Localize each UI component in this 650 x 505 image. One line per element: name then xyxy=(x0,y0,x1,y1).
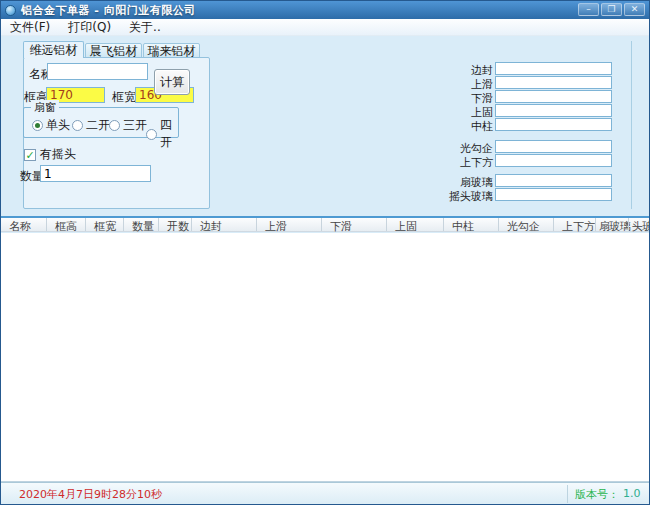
calc-button[interactable]: 计算 xyxy=(154,69,190,95)
menu-about[interactable]: 关于.. xyxy=(120,19,170,36)
top-fixed-field[interactable] xyxy=(495,104,612,117)
fan-count-group-title: 扇窗 xyxy=(31,100,59,115)
top-fixed-label: 上固 xyxy=(431,105,493,120)
col-frame-height[interactable]: 框高 xyxy=(46,218,85,231)
radio-label: 单头 xyxy=(46,117,70,134)
center-column-label: 中柱 xyxy=(431,119,493,134)
top-slide-label: 上滑 xyxy=(431,77,493,92)
window-title: 铝合金下单器 - 向阳门业有限公司 xyxy=(21,3,196,18)
tab-weiyuan[interactable]: 维远铝材 xyxy=(23,41,84,58)
fan-count-groupbox: 扇窗 单头 二开 三开 四开 xyxy=(23,107,179,138)
top-bottom-bar-field[interactable] xyxy=(495,154,612,167)
version-label: 版本号： xyxy=(575,487,619,502)
name-input[interactable] xyxy=(47,63,148,80)
radio-two-open[interactable]: 二开 xyxy=(72,117,110,134)
version-value: 1.0 xyxy=(623,487,641,500)
radio-label: 三开 xyxy=(123,117,147,134)
status-datetime: 2020年4月7日9时28分10秒 xyxy=(19,487,162,502)
col-bottom-slide[interactable]: 下滑 xyxy=(321,218,386,231)
swing-head-label: 有摇头 xyxy=(40,146,76,163)
top-slide-field[interactable] xyxy=(495,76,612,89)
tab-ruilai[interactable]: 瑞来铝材 xyxy=(143,43,200,58)
bottom-slide-field[interactable] xyxy=(495,90,612,103)
col-open-count[interactable]: 开数 xyxy=(158,218,191,231)
panel-divider xyxy=(631,41,632,209)
col-center-column[interactable]: 中柱 xyxy=(443,218,498,231)
swing-glass-label: 摇头玻璃 xyxy=(431,189,493,204)
menu-file[interactable]: 文件(F) xyxy=(1,19,59,36)
center-column-field[interactable] xyxy=(495,118,612,131)
status-separator xyxy=(567,485,568,503)
radio-three-open[interactable]: 三开 xyxy=(109,117,147,134)
results-table-header: 名称 框高 框宽 数量 开数 边封 上滑 下滑 上固 中柱 光勾企 上下方 扇玻… xyxy=(1,216,649,232)
col-head-glass[interactable]: 头玻璃 xyxy=(628,218,649,231)
col-top-bottom-bar[interactable]: 上下方 xyxy=(553,218,595,231)
col-top-slide[interactable]: 上滑 xyxy=(256,218,321,231)
title-bar: 铝合金下单器 - 向阳门业有限公司 – ❐ ✕ xyxy=(1,1,649,19)
col-name[interactable]: 名称 xyxy=(1,218,46,231)
col-quantity[interactable]: 数量 xyxy=(123,218,158,231)
col-sash-glass[interactable]: 扇玻璃 xyxy=(595,218,628,231)
sash-glass-field[interactable] xyxy=(495,174,612,187)
window-controls: – ❐ ✕ xyxy=(578,3,645,16)
radio-icon xyxy=(146,129,157,140)
radio-four-open[interactable]: 四开 xyxy=(146,117,178,151)
radio-icon xyxy=(72,120,83,131)
checkbox-checked-icon: ✓ xyxy=(24,149,36,161)
swing-head-checkbox[interactable]: ✓ 有摇头 xyxy=(24,146,76,163)
col-top-fixed[interactable]: 上固 xyxy=(386,218,443,231)
menu-print[interactable]: 打印(Q) xyxy=(59,19,120,36)
close-icon[interactable]: ✕ xyxy=(624,3,645,16)
col-edge-seal[interactable]: 边封 xyxy=(191,218,256,231)
radio-label: 二开 xyxy=(86,117,110,134)
app-icon xyxy=(5,5,16,16)
radio-selected-icon xyxy=(32,120,43,131)
col-frame-width[interactable]: 框宽 xyxy=(85,218,123,231)
edge-seal-label: 边封 xyxy=(431,63,493,78)
tab-chenfei[interactable]: 晨飞铝材 xyxy=(85,43,142,58)
swing-glass-field[interactable] xyxy=(495,188,612,201)
edge-seal-field[interactable] xyxy=(495,62,612,75)
light-hook-field[interactable] xyxy=(495,140,612,153)
maximize-icon[interactable]: ❐ xyxy=(601,3,622,16)
bottom-slide-label: 下滑 xyxy=(431,91,493,106)
results-table-body[interactable] xyxy=(1,233,649,482)
quantity-input[interactable] xyxy=(40,165,151,182)
light-hook-label: 光勾企 xyxy=(431,141,493,156)
app-window: 铝合金下单器 - 向阳门业有限公司 – ❐ ✕ 文件(F) 打印(Q) 关于..… xyxy=(0,0,650,505)
status-bar: 2020年4月7日9时28分10秒 版本号： 1.0 xyxy=(1,482,649,504)
sash-glass-label: 扇玻璃 xyxy=(431,175,493,190)
radio-single-head[interactable]: 单头 xyxy=(32,117,70,134)
menu-bar: 文件(F) 打印(Q) 关于.. xyxy=(1,19,649,36)
top-bottom-bar-label: 上下方 xyxy=(431,155,493,170)
col-light-hook[interactable]: 光勾企 xyxy=(498,218,553,231)
radio-label: 四开 xyxy=(160,117,178,151)
frame-width-label: 框宽 xyxy=(112,89,136,106)
minimize-icon[interactable]: – xyxy=(578,3,599,16)
radio-icon xyxy=(109,120,120,131)
